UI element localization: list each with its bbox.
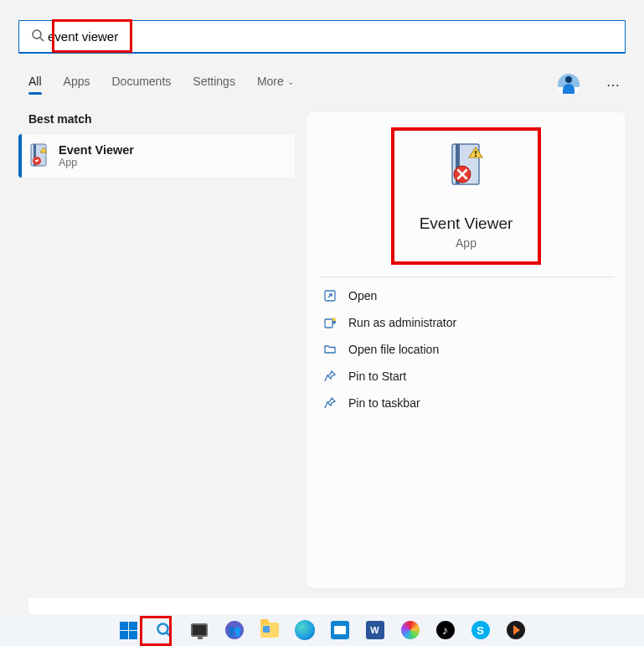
pin-icon bbox=[323, 370, 337, 383]
chevron-down-icon: ⌄ bbox=[287, 77, 294, 86]
start-button[interactable] bbox=[116, 618, 142, 643]
divider bbox=[318, 276, 614, 277]
open-icon bbox=[323, 289, 337, 302]
svg-rect-11 bbox=[475, 151, 477, 154]
tab-apps[interactable]: Apps bbox=[64, 75, 90, 95]
tab-more[interactable]: More ⌄ bbox=[257, 75, 294, 95]
search-icon bbox=[156, 622, 173, 638]
preview-panel: Event Viewer App Open Run as administrat… bbox=[307, 112, 626, 588]
edge-icon bbox=[295, 620, 315, 640]
user-avatar[interactable] bbox=[558, 74, 580, 96]
skype-button[interactable]: S bbox=[468, 618, 493, 643]
folder-icon bbox=[323, 343, 337, 356]
edge-button[interactable] bbox=[292, 618, 317, 643]
word-icon: W bbox=[366, 621, 384, 639]
action-label: Open file location bbox=[348, 343, 439, 356]
store-icon bbox=[331, 621, 349, 639]
file-explorer-button[interactable] bbox=[257, 618, 282, 643]
action-pin-start[interactable]: Pin to Start bbox=[318, 363, 614, 390]
chat-button[interactable]: 👥 bbox=[222, 618, 247, 643]
section-best-match: Best match bbox=[28, 112, 295, 126]
annotation-highlight-preview: Event Viewer App bbox=[394, 131, 538, 261]
play-icon bbox=[507, 621, 525, 639]
shield-icon bbox=[323, 316, 337, 329]
folder-icon bbox=[260, 623, 279, 638]
task-view-icon bbox=[191, 623, 208, 637]
tab-all[interactable]: All bbox=[28, 75, 42, 95]
svg-line-1 bbox=[40, 38, 44, 41]
word-button[interactable]: W bbox=[363, 618, 388, 643]
action-open[interactable]: Open bbox=[318, 282, 614, 309]
tab-settings[interactable]: Settings bbox=[193, 75, 235, 95]
tiktok-icon: ♪ bbox=[436, 621, 455, 639]
event-viewer-icon bbox=[27, 142, 50, 169]
skype-icon: S bbox=[471, 621, 490, 639]
preview-title: Event Viewer bbox=[420, 214, 513, 233]
more-options-button[interactable]: ⋯ bbox=[601, 77, 626, 93]
paint-button[interactable] bbox=[398, 618, 423, 643]
media-player-button[interactable] bbox=[503, 618, 528, 643]
chat-icon: 👥 bbox=[225, 621, 244, 639]
search-icon bbox=[19, 28, 48, 45]
result-title: Event Viewer bbox=[59, 143, 134, 157]
tiktok-button[interactable]: ♪ bbox=[433, 618, 458, 643]
tab-more-label: More bbox=[257, 75, 284, 88]
svg-rect-12 bbox=[475, 155, 477, 157]
task-view-button[interactable] bbox=[187, 618, 212, 643]
action-label: Run as administrator bbox=[348, 316, 456, 329]
action-pin-taskbar[interactable]: Pin to taskbar bbox=[318, 390, 614, 416]
gap bbox=[28, 598, 644, 614]
result-item-event-viewer[interactable]: Event Viewer App bbox=[18, 134, 295, 178]
event-viewer-icon-large bbox=[444, 141, 487, 193]
action-label: Open bbox=[348, 289, 377, 302]
action-label: Pin to taskbar bbox=[348, 396, 420, 410]
taskbar-search-button[interactable] bbox=[152, 618, 177, 643]
search-bar[interactable] bbox=[18, 20, 626, 54]
action-label: Pin to Start bbox=[348, 370, 406, 383]
store-button[interactable] bbox=[327, 618, 353, 643]
pin-icon bbox=[323, 396, 337, 410]
result-subtitle: App bbox=[59, 157, 134, 168]
preview-subtitle: App bbox=[420, 236, 513, 250]
windows-logo-icon bbox=[120, 622, 137, 639]
tab-documents[interactable]: Documents bbox=[111, 75, 171, 95]
action-run-admin[interactable]: Run as administrator bbox=[318, 309, 614, 336]
taskbar: 👥 W ♪ S bbox=[0, 614, 644, 646]
svg-rect-15 bbox=[325, 319, 332, 328]
action-open-location[interactable]: Open file location bbox=[318, 336, 614, 363]
paint-icon bbox=[401, 621, 420, 639]
svg-line-17 bbox=[167, 633, 171, 637]
svg-point-0 bbox=[33, 30, 41, 39]
search-input[interactable] bbox=[48, 21, 625, 52]
